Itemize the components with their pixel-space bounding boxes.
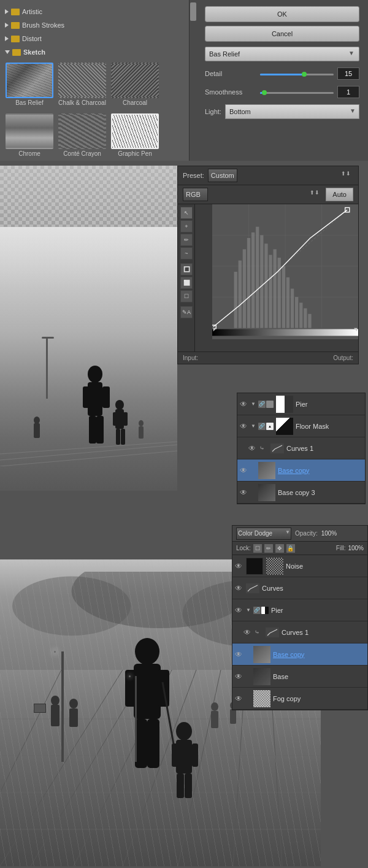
expand-icon[interactable]: ▼ <box>251 423 256 429</box>
svg-rect-74 <box>177 774 184 798</box>
thumb-graphic-pen[interactable]: Graphic Pen <box>110 113 159 157</box>
curves-panel: Preset: Custom Default ⬆⬇ RGB Red Green … <box>177 166 359 364</box>
eye-icon[interactable]: 👁 <box>235 650 243 659</box>
cancel-button[interactable]: Cancel <box>205 26 359 42</box>
curves-graph[interactable] <box>212 204 358 339</box>
layer-name: Pier <box>271 607 365 614</box>
tool-select[interactable]: ↖ <box>180 207 193 219</box>
layer-curves1-b[interactable]: 👁 ⤷ Curves 1 <box>232 621 367 643</box>
layer-name: Fog copy <box>273 695 365 702</box>
layer-noise[interactable]: 👁 Noise <box>232 555 367 577</box>
category-brush-strokes[interactable]: Brush Strokes <box>5 18 191 32</box>
svg-rect-39 <box>291 289 294 328</box>
layer-base-copy-b[interactable]: 👁 Base copy <box>232 643 367 666</box>
svg-point-80 <box>211 702 218 711</box>
layer-base-copy3[interactable]: 👁 Base copy 3 <box>237 482 365 504</box>
svg-rect-33 <box>264 244 267 328</box>
layers-lock-row: Lock: ☐ ✏ ✥ 🔒 Fill: 100% <box>232 542 367 555</box>
eye-icon[interactable]: 👁 <box>235 562 243 570</box>
eye-icon[interactable]: 👁 <box>240 466 248 475</box>
detail-slider-container: Detail <box>205 67 359 80</box>
svg-rect-26 <box>234 272 237 328</box>
svg-rect-42 <box>304 309 307 328</box>
filter-type-select[interactable]: Bas Relief Chalk & Charcoal Charcoal Chr… <box>205 47 359 61</box>
thumb-chrome[interactable]: Chrome <box>5 113 54 157</box>
expand-icon[interactable]: ▼ <box>246 607 251 613</box>
svg-line-16 <box>0 442 177 454</box>
lock-brush[interactable]: ✏ <box>264 544 273 553</box>
eye-icon[interactable]: 👁 <box>240 422 248 431</box>
thumb-chalk-charcoal[interactable]: Chalk & Charcoal <box>58 63 107 106</box>
expand-icon[interactable]: ▼ <box>251 401 256 407</box>
tool-eyedropper-gray[interactable]: ⬜ <box>180 277 193 289</box>
mask-icon <box>266 401 274 408</box>
svg-rect-9 <box>123 412 128 426</box>
eye-icon[interactable]: 👁 <box>235 694 243 703</box>
category-artistic[interactable]: Artistic <box>5 5 191 18</box>
layer-thumbnail <box>253 668 270 685</box>
tool-smooth[interactable]: ~ <box>180 247 193 259</box>
curves-graph-section: ↖ + ✏ ~ 🔳 ⬜ ☐ ✎A <box>178 204 358 351</box>
eye-icon[interactable]: 👁 <box>243 628 252 637</box>
svg-rect-28 <box>243 249 246 328</box>
thumb-charcoal[interactable]: Charcoal <box>110 63 159 106</box>
layer-name: Pier <box>296 401 362 408</box>
layer-name: Base copy <box>278 467 362 474</box>
tool-pencil[interactable]: ✏ <box>180 234 193 246</box>
layer-curves1[interactable]: 👁 ⤷ Curves 1 <box>237 437 365 459</box>
bottom-workspace: Color Dodge Normal Multiply Screen ▼ Opa… <box>0 525 368 868</box>
layer-name: Base copy 3 <box>278 489 362 496</box>
eye-icon[interactable]: 👁 <box>240 488 248 497</box>
layer-base[interactable]: 👁 Base <box>232 666 367 688</box>
eye-icon[interactable]: 👁 <box>235 672 243 681</box>
ok-button[interactable]: OK <box>205 6 359 22</box>
layer-thumbnail <box>258 484 275 501</box>
category-sketch[interactable]: Sketch <box>5 45 191 59</box>
lock-all[interactable]: 🔒 <box>286 544 295 553</box>
eye-icon[interactable]: 👁 <box>240 400 248 409</box>
layer-fog-copy[interactable]: 👁 Fog copy <box>232 688 367 710</box>
layer-base-copy[interactable]: 👁 Base copy <box>237 459 365 482</box>
layers-panel-bottom: Color Dodge Normal Multiply Screen ▼ Opa… <box>232 525 368 710</box>
detail-value[interactable] <box>337 67 359 80</box>
light-select[interactable]: Bottom Top Top Left Top Right Left Right <box>225 104 359 119</box>
category-distort[interactable]: Distort <box>5 32 191 45</box>
svg-rect-79 <box>69 709 78 727</box>
svg-point-14 <box>139 420 144 426</box>
thumb-conte-crayon[interactable]: Conté Crayon <box>58 113 107 157</box>
lock-checkbox[interactable]: ☐ <box>253 544 262 553</box>
tool-eyedropper-white[interactable]: ☐ <box>180 290 193 302</box>
curves-channel-select[interactable]: RGB Red Green Blue <box>183 188 208 201</box>
svg-line-18 <box>0 451 177 466</box>
lock-move[interactable]: ✥ <box>275 544 284 553</box>
svg-point-12 <box>34 417 40 424</box>
eye-icon[interactable]: 👁 <box>248 444 257 453</box>
filter-settings: OK Cancel Bas Relief Chalk & Charcoal Ch… <box>196 0 368 161</box>
svg-rect-4 <box>89 416 96 444</box>
thumb-bas-relief[interactable]: Bas Relief <box>5 63 54 106</box>
curves-auto-button[interactable]: Auto <box>326 188 353 201</box>
eye-icon[interactable]: 👁 <box>235 584 243 593</box>
eye-icon[interactable]: 👁 <box>235 606 243 615</box>
svg-line-17 <box>0 445 177 460</box>
layer-pier[interactable]: 👁 ▼ 🔗 Pier <box>237 393 365 415</box>
blend-mode-select[interactable]: Color Dodge Normal Multiply Screen <box>236 528 291 540</box>
tool-point[interactable]: + <box>180 220 193 232</box>
layer-pier-b[interactable]: 👁 ▼ 🔗 Pier <box>232 599 367 621</box>
svg-rect-30 <box>251 232 255 328</box>
tool-note[interactable]: ✎A <box>180 306 193 318</box>
layer-floor-mask[interactable]: 👁 ▼ 🔗 ▲ Floor Mask <box>237 415 365 437</box>
svg-rect-13 <box>34 423 40 438</box>
svg-rect-81 <box>211 711 218 728</box>
filter-panel: Artistic Brush Strokes Distort Sketch <box>0 0 368 161</box>
svg-rect-15 <box>139 426 144 439</box>
svg-rect-35 <box>273 249 276 328</box>
layer-curves[interactable]: 👁 Curves <box>232 577 367 599</box>
mask-icon: ▲ <box>266 423 274 430</box>
curves-preset-select[interactable]: Custom Default <box>208 169 237 182</box>
smoothness-value[interactable] <box>337 86 359 98</box>
tool-eyedropper-black[interactable]: 🔳 <box>180 263 193 275</box>
svg-rect-40 <box>295 297 298 328</box>
svg-rect-47 <box>212 329 358 336</box>
svg-rect-34 <box>269 255 272 328</box>
